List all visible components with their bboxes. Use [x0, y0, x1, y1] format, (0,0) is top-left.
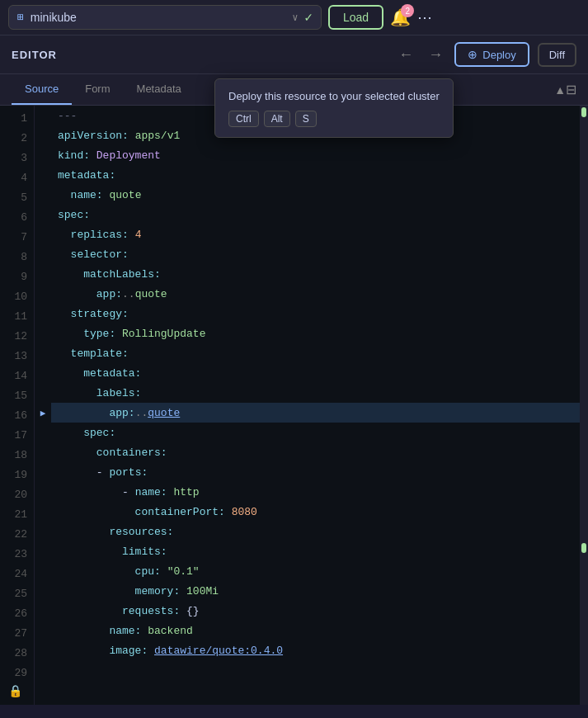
line-num-18: 18: [10, 446, 27, 465]
load-button[interactable]: Load: [328, 5, 383, 30]
code-key-20: name:: [135, 486, 174, 498]
arrow-15: [35, 383, 51, 403]
code-line-14: metadata:: [51, 363, 580, 383]
code-dots-10: ..: [122, 288, 135, 300]
more-options-button[interactable]: ⋯: [417, 8, 432, 26]
arrow-18: [35, 442, 51, 462]
code-line-27: name: backend: [51, 621, 580, 640]
code-line-12: type: RollingUpdate: [51, 324, 580, 343]
code-line-22: resources:: [51, 522, 580, 541]
tabs-bar: Source Form Metadata ▲ ⊟ Deploy this res…: [0, 74, 588, 106]
line-num-14: 14: [10, 366, 27, 386]
code-line-25: memory: 100Mi: [51, 581, 580, 601]
code-val-3: Deployment: [96, 149, 161, 162]
line-num-12: 12: [10, 327, 27, 347]
bookmark-button[interactable]: ⊟: [566, 82, 576, 97]
code-val-16: quote: [148, 407, 180, 419]
s-key: S: [295, 111, 317, 127]
scroll-up-button[interactable]: ▲: [554, 83, 566, 97]
code-key-25: memory:: [58, 585, 186, 598]
code-line-29: [51, 660, 580, 680]
arrow-9: [35, 264, 51, 284]
arrow-6: [35, 205, 51, 224]
arrow-14: [35, 363, 51, 383]
line-num-25: 25: [10, 584, 27, 604]
code-line-6: spec:: [51, 205, 580, 224]
code-content-8: selector:: [58, 248, 129, 261]
ctrl-key: Ctrl: [228, 111, 259, 127]
code-val-27: backend: [148, 625, 193, 637]
code-content-2: apiVersion:: [58, 130, 135, 142]
lock-icon: 🔒: [8, 684, 22, 698]
arrow-2: [35, 125, 51, 145]
line-numbers: 1 2 3 4 5 6 7 8 9 10 11 12 13 14 15 16 1…: [0, 106, 35, 705]
code-key-12: type:: [58, 328, 122, 340]
code-content-4: metadata:: [58, 169, 115, 182]
arrow-28: [35, 640, 51, 660]
code-content-9: matchLabels:: [58, 268, 161, 281]
line-num-4: 4: [10, 168, 27, 188]
deploy-button[interactable]: ⊕ Deploy: [454, 42, 529, 67]
line-num-2: 2: [10, 129, 27, 149]
arrow-22: [35, 522, 51, 541]
code-line-16: app:..quote: [51, 403, 580, 423]
arrow-13: [35, 343, 51, 363]
code-line-28: image: datawire/quote:0.4.0: [51, 640, 580, 660]
line-num-11: 11: [10, 307, 27, 327]
code-line-18: containers:: [51, 442, 580, 462]
chevron-down-icon: ∨: [292, 12, 298, 24]
code-line-8: selector:: [51, 244, 580, 264]
code-line-26: requests: {}: [51, 601, 580, 621]
line-num-9: 9: [10, 267, 27, 287]
code-content-17: spec:: [58, 427, 115, 439]
line-num-7: 7: [10, 228, 27, 248]
code-val-26: {}: [186, 605, 200, 617]
cluster-icon: ⊞: [17, 11, 24, 24]
notification-button[interactable]: 🔔 2: [390, 7, 411, 27]
editor-header: EDITOR ← → ⊕ Deploy Diff: [0, 35, 588, 74]
code-line-15: labels:: [51, 383, 580, 403]
arrow-7: [35, 224, 51, 244]
code-line-23: limits:: [51, 541, 580, 561]
code-key-21: containerPort:: [58, 506, 232, 518]
code-line-7: replicas: 4: [51, 224, 580, 244]
code-line-3: kind: Deployment: [51, 145, 580, 165]
diff-button[interactable]: Diff: [538, 43, 576, 67]
tab-metadata[interactable]: Metadata: [124, 74, 195, 105]
scrollbar[interactable]: [580, 106, 588, 705]
arrow-4: [35, 165, 51, 185]
code-key-16: app:: [58, 407, 135, 419]
code-line-24: cpu: "0.1": [51, 561, 580, 581]
code-line-17: spec:: [51, 423, 580, 442]
code-key-10: app:: [58, 288, 122, 300]
tab-source[interactable]: Source: [12, 74, 72, 105]
back-button[interactable]: ←: [395, 46, 416, 64]
top-bar: ⊞ minikube ∨ ✓ Load 🔔 2 ⋯: [0, 0, 588, 35]
cluster-selector[interactable]: ⊞ minikube ∨ ✓: [8, 5, 322, 30]
code-val-10: quote: [135, 288, 167, 300]
arrow-5: [35, 185, 51, 205]
line-num-27: 27: [10, 624, 27, 644]
scrollbar-thumb-2[interactable]: [581, 543, 586, 553]
code-line-4: metadata:: [51, 165, 580, 185]
line-num-5: 5: [10, 188, 27, 208]
check-icon: ✓: [304, 9, 313, 26]
cluster-name: minikube: [31, 11, 285, 24]
code-key-5: name:: [58, 189, 109, 201]
tab-form[interactable]: Form: [72, 74, 123, 105]
deploy-icon: ⊕: [468, 48, 477, 61]
code-content-13: template:: [58, 347, 129, 360]
code-line-5: name: quote: [51, 185, 580, 205]
code-key-19: ports:: [109, 466, 148, 479]
arrow-26: [35, 601, 51, 621]
code-content-15: labels:: [58, 387, 141, 399]
code-key-27: name:: [58, 625, 148, 637]
line-num-23: 23: [10, 545, 27, 564]
arrow-29: [35, 660, 51, 680]
forward-button[interactable]: →: [425, 46, 446, 64]
code-content-6: spec:: [58, 209, 90, 221]
arrow-27: [35, 621, 51, 640]
scrollbar-thumb[interactable]: [581, 107, 586, 117]
line-num-10: 10: [10, 287, 27, 307]
code-content-18: containers:: [58, 446, 167, 459]
